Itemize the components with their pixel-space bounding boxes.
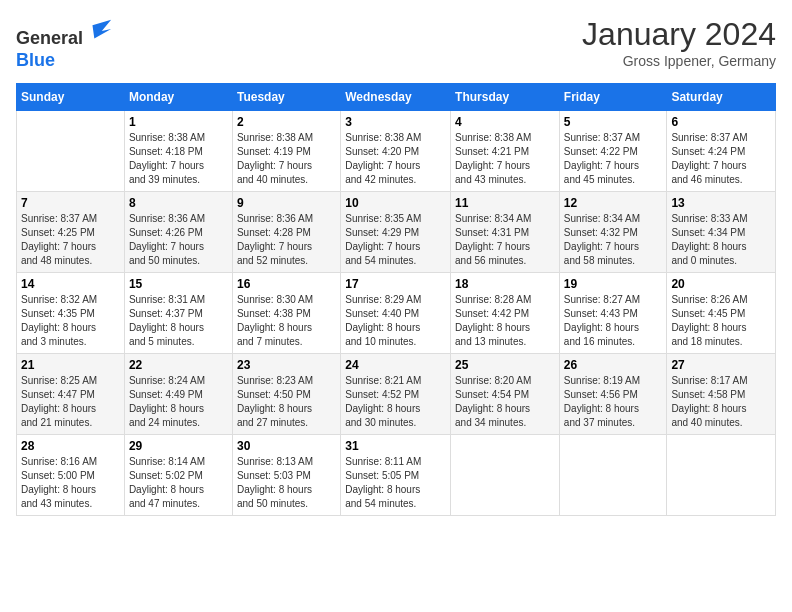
day-info: Sunrise: 8:38 AM Sunset: 4:21 PM Dayligh… xyxy=(455,131,555,187)
day-cell: 4Sunrise: 8:38 AM Sunset: 4:21 PM Daylig… xyxy=(451,111,560,192)
day-cell: 9Sunrise: 8:36 AM Sunset: 4:28 PM Daylig… xyxy=(232,192,340,273)
day-cell xyxy=(667,435,776,516)
day-info: Sunrise: 8:37 AM Sunset: 4:24 PM Dayligh… xyxy=(671,131,771,187)
day-number: 20 xyxy=(671,277,771,291)
day-cell: 7Sunrise: 8:37 AM Sunset: 4:25 PM Daylig… xyxy=(17,192,125,273)
day-cell: 20Sunrise: 8:26 AM Sunset: 4:45 PM Dayli… xyxy=(667,273,776,354)
day-info: Sunrise: 8:20 AM Sunset: 4:54 PM Dayligh… xyxy=(455,374,555,430)
day-number: 16 xyxy=(237,277,336,291)
day-info: Sunrise: 8:28 AM Sunset: 4:42 PM Dayligh… xyxy=(455,293,555,349)
calendar-title: January 2024 xyxy=(582,16,776,53)
calendar-table: SundayMondayTuesdayWednesdayThursdayFrid… xyxy=(16,83,776,516)
page-header: General Blue January 2024 Gross Ippener,… xyxy=(16,16,776,71)
week-row-3: 14Sunrise: 8:32 AM Sunset: 4:35 PM Dayli… xyxy=(17,273,776,354)
day-number: 9 xyxy=(237,196,336,210)
day-cell: 21Sunrise: 8:25 AM Sunset: 4:47 PM Dayli… xyxy=(17,354,125,435)
day-cell: 5Sunrise: 8:37 AM Sunset: 4:22 PM Daylig… xyxy=(559,111,667,192)
day-info: Sunrise: 8:19 AM Sunset: 4:56 PM Dayligh… xyxy=(564,374,663,430)
day-cell: 10Sunrise: 8:35 AM Sunset: 4:29 PM Dayli… xyxy=(341,192,451,273)
day-info: Sunrise: 8:32 AM Sunset: 4:35 PM Dayligh… xyxy=(21,293,120,349)
day-info: Sunrise: 8:37 AM Sunset: 4:22 PM Dayligh… xyxy=(564,131,663,187)
day-info: Sunrise: 8:17 AM Sunset: 4:58 PM Dayligh… xyxy=(671,374,771,430)
day-cell xyxy=(451,435,560,516)
header-cell-saturday: Saturday xyxy=(667,84,776,111)
day-number: 12 xyxy=(564,196,663,210)
day-info: Sunrise: 8:27 AM Sunset: 4:43 PM Dayligh… xyxy=(564,293,663,349)
week-row-1: 1Sunrise: 8:38 AM Sunset: 4:18 PM Daylig… xyxy=(17,111,776,192)
logo-blue: Blue xyxy=(16,50,55,70)
week-row-2: 7Sunrise: 8:37 AM Sunset: 4:25 PM Daylig… xyxy=(17,192,776,273)
day-number: 18 xyxy=(455,277,555,291)
day-number: 10 xyxy=(345,196,446,210)
header-cell-friday: Friday xyxy=(559,84,667,111)
day-info: Sunrise: 8:38 AM Sunset: 4:19 PM Dayligh… xyxy=(237,131,336,187)
day-cell: 19Sunrise: 8:27 AM Sunset: 4:43 PM Dayli… xyxy=(559,273,667,354)
day-number: 23 xyxy=(237,358,336,372)
day-info: Sunrise: 8:38 AM Sunset: 4:20 PM Dayligh… xyxy=(345,131,446,187)
week-row-4: 21Sunrise: 8:25 AM Sunset: 4:47 PM Dayli… xyxy=(17,354,776,435)
day-number: 2 xyxy=(237,115,336,129)
day-cell: 16Sunrise: 8:30 AM Sunset: 4:38 PM Dayli… xyxy=(232,273,340,354)
day-cell: 27Sunrise: 8:17 AM Sunset: 4:58 PM Dayli… xyxy=(667,354,776,435)
day-info: Sunrise: 8:37 AM Sunset: 4:25 PM Dayligh… xyxy=(21,212,120,268)
day-number: 17 xyxy=(345,277,446,291)
day-cell: 6Sunrise: 8:37 AM Sunset: 4:24 PM Daylig… xyxy=(667,111,776,192)
day-info: Sunrise: 8:25 AM Sunset: 4:47 PM Dayligh… xyxy=(21,374,120,430)
day-number: 11 xyxy=(455,196,555,210)
day-info: Sunrise: 8:36 AM Sunset: 4:28 PM Dayligh… xyxy=(237,212,336,268)
day-number: 8 xyxy=(129,196,228,210)
day-cell: 23Sunrise: 8:23 AM Sunset: 4:50 PM Dayli… xyxy=(232,354,340,435)
day-info: Sunrise: 8:26 AM Sunset: 4:45 PM Dayligh… xyxy=(671,293,771,349)
day-cell: 26Sunrise: 8:19 AM Sunset: 4:56 PM Dayli… xyxy=(559,354,667,435)
day-number: 28 xyxy=(21,439,120,453)
day-info: Sunrise: 8:13 AM Sunset: 5:03 PM Dayligh… xyxy=(237,455,336,511)
day-cell: 29Sunrise: 8:14 AM Sunset: 5:02 PM Dayli… xyxy=(124,435,232,516)
day-number: 27 xyxy=(671,358,771,372)
svg-marker-0 xyxy=(93,20,112,39)
day-cell: 22Sunrise: 8:24 AM Sunset: 4:49 PM Dayli… xyxy=(124,354,232,435)
day-number: 21 xyxy=(21,358,120,372)
day-cell: 3Sunrise: 8:38 AM Sunset: 4:20 PM Daylig… xyxy=(341,111,451,192)
day-number: 5 xyxy=(564,115,663,129)
day-cell: 11Sunrise: 8:34 AM Sunset: 4:31 PM Dayli… xyxy=(451,192,560,273)
calendar-header: SundayMondayTuesdayWednesdayThursdayFrid… xyxy=(17,84,776,111)
day-info: Sunrise: 8:38 AM Sunset: 4:18 PM Dayligh… xyxy=(129,131,228,187)
day-info: Sunrise: 8:24 AM Sunset: 4:49 PM Dayligh… xyxy=(129,374,228,430)
header-cell-thursday: Thursday xyxy=(451,84,560,111)
title-block: January 2024 Gross Ippener, Germany xyxy=(582,16,776,69)
logo: General Blue xyxy=(16,16,113,71)
day-info: Sunrise: 8:34 AM Sunset: 4:32 PM Dayligh… xyxy=(564,212,663,268)
calendar-subtitle: Gross Ippener, Germany xyxy=(582,53,776,69)
day-number: 15 xyxy=(129,277,228,291)
day-cell: 18Sunrise: 8:28 AM Sunset: 4:42 PM Dayli… xyxy=(451,273,560,354)
header-cell-sunday: Sunday xyxy=(17,84,125,111)
week-row-5: 28Sunrise: 8:16 AM Sunset: 5:00 PM Dayli… xyxy=(17,435,776,516)
day-info: Sunrise: 8:31 AM Sunset: 4:37 PM Dayligh… xyxy=(129,293,228,349)
day-info: Sunrise: 8:33 AM Sunset: 4:34 PM Dayligh… xyxy=(671,212,771,268)
day-cell: 28Sunrise: 8:16 AM Sunset: 5:00 PM Dayli… xyxy=(17,435,125,516)
day-cell: 24Sunrise: 8:21 AM Sunset: 4:52 PM Dayli… xyxy=(341,354,451,435)
day-number: 4 xyxy=(455,115,555,129)
day-cell: 2Sunrise: 8:38 AM Sunset: 4:19 PM Daylig… xyxy=(232,111,340,192)
day-number: 25 xyxy=(455,358,555,372)
day-number: 24 xyxy=(345,358,446,372)
day-cell: 31Sunrise: 8:11 AM Sunset: 5:05 PM Dayli… xyxy=(341,435,451,516)
header-row: SundayMondayTuesdayWednesdayThursdayFrid… xyxy=(17,84,776,111)
day-cell: 8Sunrise: 8:36 AM Sunset: 4:26 PM Daylig… xyxy=(124,192,232,273)
day-number: 14 xyxy=(21,277,120,291)
day-cell: 13Sunrise: 8:33 AM Sunset: 4:34 PM Dayli… xyxy=(667,192,776,273)
day-cell: 30Sunrise: 8:13 AM Sunset: 5:03 PM Dayli… xyxy=(232,435,340,516)
day-number: 13 xyxy=(671,196,771,210)
day-number: 6 xyxy=(671,115,771,129)
day-number: 31 xyxy=(345,439,446,453)
day-number: 29 xyxy=(129,439,228,453)
day-cell: 14Sunrise: 8:32 AM Sunset: 4:35 PM Dayli… xyxy=(17,273,125,354)
day-number: 7 xyxy=(21,196,120,210)
day-info: Sunrise: 8:23 AM Sunset: 4:50 PM Dayligh… xyxy=(237,374,336,430)
day-number: 1 xyxy=(129,115,228,129)
day-cell: 1Sunrise: 8:38 AM Sunset: 4:18 PM Daylig… xyxy=(124,111,232,192)
day-info: Sunrise: 8:14 AM Sunset: 5:02 PM Dayligh… xyxy=(129,455,228,511)
day-cell xyxy=(17,111,125,192)
header-cell-wednesday: Wednesday xyxy=(341,84,451,111)
day-info: Sunrise: 8:11 AM Sunset: 5:05 PM Dayligh… xyxy=(345,455,446,511)
